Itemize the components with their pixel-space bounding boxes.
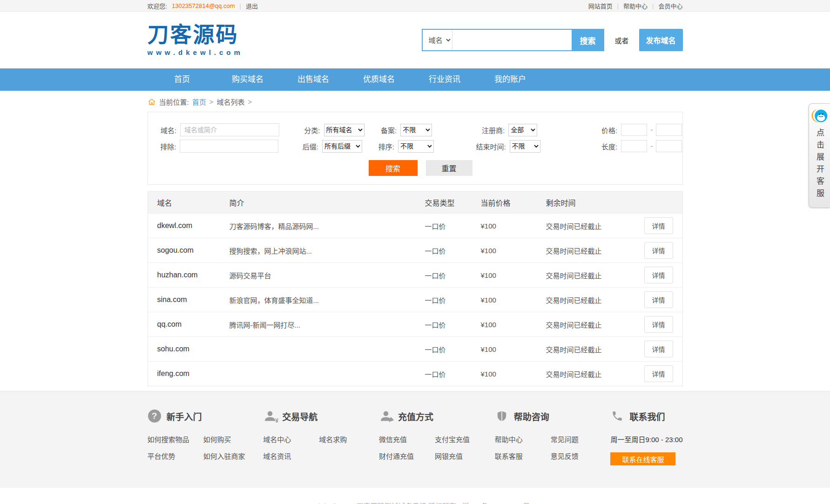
footer-link[interactable]: 帮助中心 — [495, 434, 551, 444]
footer-link[interactable]: 意见反馈 — [551, 451, 607, 461]
range-dash: - — [650, 126, 653, 134]
nav-item-label[interactable]: 优质域名 — [346, 68, 412, 91]
breadcrumb-separator: > — [209, 98, 214, 106]
footer-section-recharge: 充值方式 微信充值 支付宝充值 财付通充值 网银充值 — [379, 409, 491, 465]
registrar-select[interactable]: 全部 — [508, 124, 537, 136]
footer-link[interactable]: 域名求购 — [319, 434, 375, 444]
footer-section-contact: 联系我们 周一至周日9:00 - 23:00 联系在线客服 — [610, 409, 682, 465]
footer-link[interactable]: 网银充值 — [435, 451, 491, 461]
topbar-link-member[interactable]: 会员中心 — [658, 1, 682, 10]
cell-price: ¥100 — [481, 321, 546, 329]
endtime-filter-label: 结束时间: — [434, 141, 510, 151]
filter-reset-button[interactable]: 重置 — [426, 160, 472, 176]
breadcrumb-separator: > — [248, 98, 252, 106]
shield-icon — [495, 409, 509, 423]
cell-desc: 刀客源码博客，精品源码网... — [229, 221, 425, 231]
footer: 新手入门 如何搜索物品 如何购买 平台优势 如何入驻商家 交易导航 域名中心 域… — [0, 391, 830, 488]
nav-item-label[interactable]: 购买域名 — [215, 68, 281, 91]
footer-link[interactable]: 支付宝充值 — [435, 434, 491, 444]
header-search-input[interactable] — [452, 30, 572, 50]
detail-button[interactable]: 详情 — [644, 217, 673, 234]
nav-item-label[interactable]: 出售域名 — [281, 68, 346, 91]
nav-item-sell-domain[interactable]: 出售域名 — [281, 68, 346, 91]
qq-icon — [811, 108, 828, 125]
detail-button[interactable]: 详情 — [644, 291, 673, 308]
nav-item-industry-news[interactable]: 行业资讯 — [412, 68, 478, 91]
domain-table: 域名 简介 交易类型 当前价格 剩余时间 dkewl.com 刀客源码博客，精品… — [148, 191, 683, 386]
cell-time: 交易时间已经截止 — [546, 369, 622, 379]
suffix-select[interactable]: 所有后缀 — [322, 140, 362, 153]
price-max-input[interactable] — [656, 124, 682, 136]
detail-button[interactable]: 详情 — [644, 365, 673, 382]
cell-type: 一口价 — [425, 270, 481, 280]
cell-type: 一口价 — [425, 246, 481, 255]
length-filter-label: 长度: — [540, 141, 621, 151]
nav-item-home[interactable]: 首页 — [149, 68, 215, 91]
site-logo[interactable]: 刀客源码 www.dkewl.com — [148, 24, 243, 56]
breadcrumb-label: 当前位置: — [159, 97, 189, 107]
cell-desc: 新浪官网，体育盛事全知道... — [229, 295, 425, 305]
nav-item-label[interactable]: 我的账户 — [478, 68, 543, 91]
cell-domain: huzhan.com — [148, 271, 229, 279]
table-row: qq.com 腾讯网-新闻一网打尽... 一口价 ¥100 交易时间已经截止 详… — [148, 312, 682, 336]
beian-select[interactable]: 不限 — [400, 124, 432, 136]
footer-link[interactable]: 财付通充值 — [379, 451, 435, 461]
footer-link[interactable]: 平台优势 — [148, 451, 203, 461]
header: 刀客源码 www.dkewl.com 域名 搜索 或者 发布域名 — [0, 12, 830, 68]
cell-type: 一口价 — [425, 320, 481, 329]
topbar-link-help[interactable]: 帮助中心 — [623, 1, 648, 10]
sort-select[interactable]: 不限 — [398, 140, 434, 153]
cell-price: ¥100 — [481, 296, 546, 304]
footer-link[interactable]: 如何购买 — [203, 434, 259, 444]
detail-button[interactable]: 详情 — [644, 242, 673, 259]
endtime-select[interactable]: 不限 — [510, 140, 541, 153]
cell-type: 一口价 — [425, 221, 481, 231]
footer-section-title: 帮助咨询 — [514, 410, 549, 423]
length-max-input[interactable] — [656, 140, 682, 152]
suffix-filter-label: 后缀: — [278, 141, 322, 151]
publish-domain-button[interactable]: 发布域名 — [639, 29, 683, 51]
detail-button[interactable]: 详情 — [644, 341, 673, 357]
question-icon — [148, 409, 162, 423]
column-header-time: 剩余时间 — [546, 197, 622, 208]
customer-service-widget[interactable]: 点击展开客服 — [809, 103, 830, 208]
column-header-type: 交易类型 — [425, 197, 481, 208]
footer-link[interactable]: 微信充值 — [379, 434, 435, 444]
cell-time: 交易时间已经截止 — [546, 221, 622, 231]
nav-item-my-account[interactable]: 我的账户 — [478, 68, 543, 91]
nav-item-label[interactable]: 行业资讯 — [412, 68, 478, 91]
breadcrumb-current-link[interactable]: 域名列表 — [216, 97, 244, 107]
topbar-link-home[interactable]: 网站首页 — [588, 1, 613, 10]
length-min-input[interactable] — [621, 140, 647, 152]
logout-link[interactable]: 退出 — [246, 1, 258, 10]
breadcrumb-home-link[interactable]: 首页 — [192, 97, 206, 107]
domain-filter-input[interactable] — [180, 123, 279, 136]
header-search-button[interactable]: 搜索 — [572, 30, 603, 50]
cell-price: ¥100 — [481, 370, 546, 378]
nav-item-premium-domain[interactable]: 优质域名 — [346, 68, 412, 91]
footer-link[interactable]: 如何入驻商家 — [203, 451, 259, 461]
filter-search-button[interactable]: 搜索 — [369, 160, 418, 176]
footer-link[interactable]: 域名资讯 — [263, 451, 319, 461]
detail-button[interactable]: 详情 — [644, 316, 673, 333]
nav-item-buy-domain[interactable]: 购买域名 — [215, 68, 281, 91]
range-dash: - — [650, 142, 653, 150]
table-row: sina.com 新浪官网，体育盛事全知道... 一口价 ¥100 交易时间已经… — [148, 287, 682, 312]
category-filter-label: 分类: — [279, 125, 324, 135]
contact-online-service-button[interactable]: 联系在线客服 — [610, 452, 675, 465]
nav-item-label[interactable]: 首页 — [149, 68, 215, 91]
footer-section-title: 充值方式 — [398, 410, 433, 423]
footer-link[interactable]: 常见问题 — [551, 434, 607, 444]
table-row: ifeng.com 一口价 ¥100 交易时间已经截止 详情 — [148, 361, 682, 386]
search-type-select[interactable]: 域名 — [423, 30, 452, 50]
cell-price: ¥100 — [481, 222, 546, 230]
footer-link[interactable]: 域名中心 — [263, 434, 319, 444]
detail-button[interactable]: 详情 — [644, 267, 673, 283]
user-email-link[interactable]: 13023572814@qq.com — [172, 2, 235, 9]
footer-link[interactable]: 如何搜索物品 — [148, 434, 203, 444]
footer-link[interactable]: 联系客服 — [495, 451, 551, 461]
category-select[interactable]: 所有域名 — [324, 124, 364, 136]
cell-time: 交易时间已经截止 — [546, 246, 622, 255]
exclude-filter-input[interactable] — [180, 140, 278, 153]
price-min-input[interactable] — [621, 124, 647, 136]
